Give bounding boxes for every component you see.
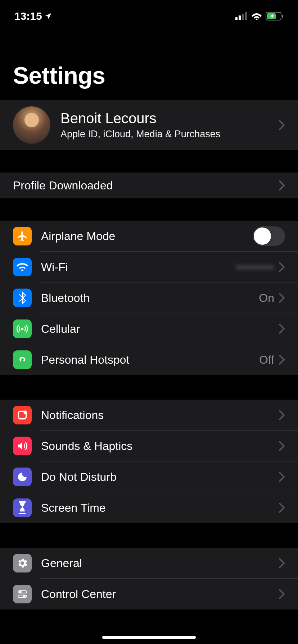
- profile-downloaded-row[interactable]: Profile Downloaded: [0, 172, 298, 198]
- page-title: Settings: [0, 26, 298, 100]
- chevron-right-icon: [279, 354, 285, 365]
- cellular-icon: [13, 319, 32, 338]
- bluetooth-icon: [13, 289, 32, 307]
- clock: 13:15: [14, 10, 42, 22]
- screentime-label: Screen Time: [41, 501, 279, 515]
- profile-text: Benoit Lecours Apple ID, iCloud, Media &…: [60, 110, 279, 140]
- dnd-icon: [13, 468, 32, 486]
- chevron-right-icon: [279, 262, 285, 272]
- settings-group: Airplane ModeWi-Fi••••••••BluetoothOnCel…: [0, 221, 298, 375]
- avatar: [13, 106, 50, 144]
- profile-downloaded-label: Profile Downloaded: [13, 179, 279, 192]
- dnd-row[interactable]: Do Not Disturb: [0, 461, 298, 492]
- airplane-toggle[interactable]: [253, 226, 285, 246]
- svg-point-15: [23, 595, 26, 598]
- hotspot-row[interactable]: Personal HotspotOff: [0, 344, 298, 375]
- chevron-right-icon: [279, 502, 285, 513]
- dnd-label: Do Not Disturb: [41, 470, 279, 484]
- hotspot-label: Personal Hotspot: [41, 353, 259, 367]
- cellular-signal-icon: [235, 12, 248, 20]
- status-right: [235, 12, 284, 20]
- screentime-icon: [13, 498, 32, 517]
- settings-group: NotificationsSounds & HapticsDo Not Dist…: [0, 400, 298, 523]
- profile-name: Benoit Lecours: [60, 110, 279, 126]
- general-label: General: [41, 557, 279, 570]
- general-row[interactable]: General: [0, 548, 298, 579]
- airplane-row[interactable]: Airplane Mode: [0, 221, 298, 252]
- status-left: 13:15: [14, 10, 52, 22]
- svg-rect-3: [245, 12, 247, 20]
- notifications-row[interactable]: Notifications: [0, 400, 298, 431]
- wifi-icon: [13, 258, 32, 276]
- wifi-value: ••••••••: [236, 261, 274, 274]
- svg-rect-2: [242, 14, 244, 20]
- svg-rect-0: [235, 17, 238, 20]
- bluetooth-value: On: [259, 291, 274, 305]
- home-indicator[interactable]: [102, 636, 196, 639]
- svg-point-11: [23, 410, 27, 414]
- svg-point-13: [19, 591, 22, 593]
- svg-point-8: [21, 270, 23, 271]
- wifi-label: Wi-Fi: [41, 261, 236, 274]
- wifi-status-icon: [251, 12, 262, 20]
- chevron-right-icon: [279, 120, 285, 130]
- svg-rect-6: [282, 15, 283, 18]
- chevron-right-icon: [279, 589, 285, 599]
- sounds-icon: [13, 437, 32, 455]
- chevron-right-icon: [279, 410, 285, 420]
- chevron-right-icon: [279, 472, 285, 482]
- notifications-icon: [13, 406, 32, 424]
- controlcenter-row[interactable]: Control Center: [0, 579, 298, 610]
- chevron-right-icon: [279, 180, 285, 191]
- general-icon: [13, 554, 32, 572]
- hotspot-icon: [13, 350, 32, 369]
- location-icon: [44, 12, 52, 20]
- bluetooth-label: Bluetooth: [41, 291, 259, 305]
- chevron-right-icon: [279, 558, 285, 569]
- screentime-row[interactable]: Screen Time: [0, 492, 298, 523]
- profile-downloaded-section: Profile Downloaded: [0, 172, 298, 198]
- svg-point-4: [256, 19, 258, 20]
- hotspot-value: Off: [259, 353, 274, 367]
- chevron-right-icon: [279, 323, 285, 334]
- airplane-label: Airplane Mode: [41, 230, 253, 243]
- profile-subtitle: Apple ID, iCloud, Media & Purchases: [60, 129, 279, 140]
- svg-rect-1: [239, 15, 241, 20]
- apple-id-row[interactable]: Benoit Lecours Apple ID, iCloud, Media &…: [0, 100, 298, 150]
- chevron-right-icon: [279, 293, 285, 303]
- sounds-label: Sounds & Haptics: [41, 440, 279, 453]
- bluetooth-row[interactable]: BluetoothOn: [0, 282, 298, 313]
- status-bar: 13:15: [0, 0, 298, 26]
- controlcenter-icon: [13, 585, 32, 603]
- controlcenter-label: Control Center: [41, 588, 279, 601]
- profile-section: Benoit Lecours Apple ID, iCloud, Media &…: [0, 100, 298, 150]
- cellular-label: Cellular: [41, 322, 279, 336]
- svg-point-9: [21, 328, 24, 330]
- battery-icon: [266, 12, 284, 20]
- wifi-row[interactable]: Wi-Fi••••••••: [0, 252, 298, 282]
- settings-group: GeneralControl Center: [0, 548, 298, 610]
- airplane-icon: [13, 227, 32, 245]
- chevron-right-icon: [279, 441, 285, 451]
- cellular-row[interactable]: Cellular: [0, 313, 298, 344]
- sounds-row[interactable]: Sounds & Haptics: [0, 431, 298, 461]
- notifications-label: Notifications: [41, 409, 279, 422]
